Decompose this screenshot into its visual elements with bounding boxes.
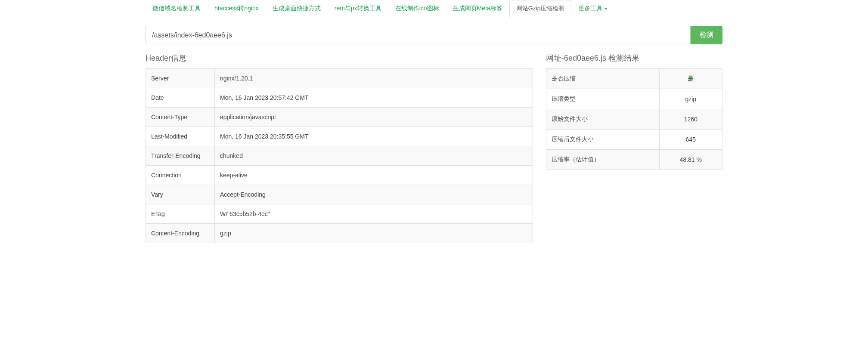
detect-button[interactable]: 检测 (691, 26, 722, 44)
header-key: Server (146, 69, 215, 88)
header-value: Mon, 16 Jan 2023 20:57:42 GMT (215, 88, 533, 108)
nav-tabs: 微信域名检测工具 htaccess转nginx 生成桌面快捷方式 rem与px转… (146, 0, 722, 17)
chevron-down-icon (604, 8, 608, 9)
url-input-group: 检测 (146, 26, 722, 44)
table-row: VaryAccept-Encoding (146, 185, 533, 204)
result-key: 压缩类型 (546, 89, 660, 109)
table-row: Servernginx/1.20.1 (146, 69, 533, 88)
tab-wechat-domain[interactable]: 微信域名检测工具 (146, 0, 208, 17)
tab-htaccess-nginx[interactable]: htaccess转nginx (208, 0, 266, 17)
tab-more-label: 更多工具 (578, 5, 602, 12)
table-row: Content-Typeapplication/javascript (146, 108, 533, 127)
result-title-mid: -6ed0aee6.js (561, 54, 606, 62)
table-row: 压缩后文件大小645 (546, 130, 722, 150)
result-value: 是 (659, 69, 722, 89)
result-key: 是否压缩 (546, 69, 660, 89)
result-key: 原始文件大小 (546, 109, 660, 130)
table-row: Connectionkeep-alive (146, 166, 533, 185)
table-row: Content-Encodinggzip (146, 224, 533, 243)
result-key: 压缩后文件大小 (546, 130, 660, 150)
table-row: DateMon, 16 Jan 2023 20:57:42 GMT (146, 88, 533, 108)
header-key: Content-Encoding (146, 224, 215, 243)
header-value: nginx/1.20.1 (215, 69, 533, 88)
tab-rem-px[interactable]: rem与px转换工具 (328, 0, 388, 17)
result-value: 48.81 % (659, 150, 722, 170)
tab-meta[interactable]: 生成网页Meta标签 (446, 0, 509, 17)
header-key: ETag (146, 204, 215, 224)
tab-desktop-shortcut[interactable]: 生成桌面快捷方式 (266, 0, 328, 17)
table-row: 是否压缩是 (546, 69, 722, 89)
header-key: Last-Modified (146, 127, 215, 146)
header-value: Mon, 16 Jan 2023 20:35:55 GMT (215, 127, 533, 146)
header-table: Servernginx/1.20.1DateMon, 16 Jan 2023 2… (146, 68, 533, 243)
header-value: keep-alive (215, 166, 533, 185)
table-row: Last-ModifiedMon, 16 Jan 2023 20:35:55 G… (146, 127, 533, 146)
url-input[interactable] (146, 26, 691, 44)
table-row: ETagW/"63c5b52b-4ec" (146, 204, 533, 224)
header-value: application/javascript (215, 108, 533, 127)
header-section-title: Header信息 (146, 53, 533, 63)
result-section-title: 网址-6ed0aee6.js 检测结果 (546, 53, 722, 63)
result-table: 是否压缩是压缩类型gzip原始文件大小1260压缩后文件大小645压缩率（估计值… (546, 68, 722, 170)
result-value: 645 (659, 130, 722, 150)
header-value: Accept-Encoding (215, 185, 533, 204)
table-row: 原始文件大小1260 (546, 109, 722, 130)
header-value: W/"63c5b52b-4ec" (215, 204, 533, 224)
tab-ico[interactable]: 在线制作ico图标 (388, 0, 446, 17)
header-key: Connection (146, 166, 215, 185)
table-row: 压缩率（估计值）48.81 % (546, 150, 722, 170)
result-key: 压缩率（估计值） (546, 150, 660, 170)
header-key: Content-Type (146, 108, 215, 127)
header-value: chunked (215, 146, 533, 166)
header-key: Date (146, 88, 215, 108)
tab-gzip[interactable]: 网站Gzip压缩检测 (509, 0, 572, 17)
result-title-prefix: 网址 (546, 54, 561, 62)
header-key: Transfer-Encoding (146, 146, 215, 166)
header-key: Vary (146, 185, 215, 204)
table-row: 压缩类型gzip (546, 89, 722, 109)
result-value: 1260 (659, 109, 722, 130)
tab-more-tools[interactable]: 更多工具 (571, 0, 614, 17)
table-row: Transfer-Encodingchunked (146, 146, 533, 166)
header-value: gzip (215, 224, 533, 243)
result-value: gzip (659, 89, 722, 109)
result-title-suffix: 检测结果 (606, 54, 639, 62)
